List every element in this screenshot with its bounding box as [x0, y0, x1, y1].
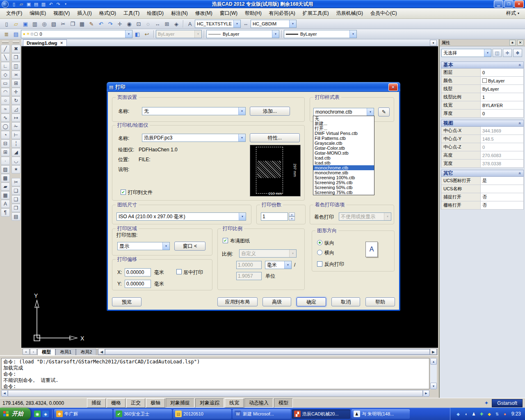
- dropdown-icon[interactable]: ▼: [289, 20, 296, 27]
- tool-circle-icon[interactable]: ○: [1, 96, 10, 105]
- task-qq-chat-button[interactable]: ♟ 与 朱明明(148...: [352, 409, 410, 419]
- toolbar-layer-properties-icon[interactable]: ≣: [2, 30, 11, 39]
- menu-item[interactable]: 扩展工具(E): [299, 8, 333, 18]
- toolbar-grip[interactable]: [13, 41, 19, 43]
- scale-unit-combo[interactable]: 毫米 ▼: [265, 261, 292, 269]
- toolbar-copy-icon[interactable]: ❐: [68, 19, 77, 28]
- property-value[interactable]: 0: [481, 68, 523, 76]
- menu-item[interactable]: 标注(N): [167, 8, 192, 18]
- status-toggle[interactable]: 模型: [274, 398, 293, 408]
- style-table-option[interactable]: 打开...: [313, 126, 374, 131]
- style-table-option[interactable]: Fill Patterns.ctb: [313, 136, 374, 141]
- panel-close-icon[interactable]: ✕: [517, 40, 523, 46]
- tool-array-icon[interactable]: ⊞: [11, 79, 21, 87]
- document-tab[interactable]: Drawing1.dwg ✕: [23, 39, 67, 46]
- dim-style-icon[interactable]: ⇔: [241, 19, 250, 28]
- layout-tab[interactable]: 布局1: [55, 349, 76, 355]
- scale-ratio-combo[interactable]: 自定义 ▼: [239, 249, 297, 258]
- style-table-option[interactable]: Icad.stb: [313, 160, 374, 165]
- tool-construction-line-icon[interactable]: ╲: [1, 53, 10, 62]
- network-status-icon[interactable]: ✦: [484, 400, 488, 406]
- command-history[interactable]: 命令: (load "D:/Gstarsoft/GStarMech2012/Gs…: [1, 358, 429, 389]
- scale-numerator-input[interactable]: [236, 261, 262, 269]
- tool-ellipse-icon[interactable]: ◯: [1, 122, 10, 130]
- tool-erase-icon[interactable]: ✖: [11, 45, 21, 53]
- scroll-left-icon[interactable]: ◀: [1, 390, 8, 397]
- tool-extend-icon[interactable]: ⊢: [11, 131, 21, 139]
- collapse-icon[interactable]: «: [518, 172, 523, 175]
- tool-point-icon[interactable]: ∙: [1, 157, 10, 165]
- tool-stretch-icon[interactable]: ↦: [11, 114, 21, 122]
- style-table-option[interactable]: 无: [313, 116, 374, 121]
- cancel-button[interactable]: 取消: [331, 297, 360, 306]
- shade-plot-combo[interactable]: 不使用或按显示 ▼: [339, 212, 391, 221]
- tool-break-icon[interactable]: ╎: [11, 139, 21, 148]
- menu-item[interactable]: 文件(F): [2, 8, 26, 18]
- dropdown-icon[interactable]: ▼: [284, 261, 291, 269]
- property-value[interactable]: 1: [481, 93, 523, 101]
- toolbar-paste-icon[interactable]: ▦: [78, 19, 87, 28]
- tool-chamfer-icon[interactable]: ◢: [11, 148, 21, 156]
- tool-cut-clip-icon[interactable]: ✂: [11, 178, 21, 186]
- tab-list-icon[interactable]: ▾: [430, 40, 437, 46]
- scale-denominator-input[interactable]: [236, 272, 262, 280]
- preview-button[interactable]: 预览: [112, 297, 142, 306]
- menu-item[interactable]: 会员中心(C): [367, 8, 401, 18]
- tab-nav-first-icon[interactable]: «: [23, 349, 30, 355]
- status-toggle[interactable]: 捕捉: [87, 398, 106, 408]
- property-value[interactable]: 0: [481, 110, 523, 117]
- property-value[interactable]: 378.0338: [481, 160, 523, 167]
- linetype-combo[interactable]: ByLayer ▼: [206, 30, 279, 38]
- vertical-scrollbar[interactable]: ▲ ▼: [430, 358, 437, 389]
- properties-section-misc[interactable]: 其它 «: [441, 170, 524, 177]
- property-value[interactable]: 148.5: [481, 135, 523, 143]
- advanced-button[interactable]: 高级: [262, 297, 291, 306]
- tray-qq-icon[interactable]: ♟: [471, 411, 477, 417]
- layer-combo[interactable]: ●☀◘▢ 0 ▼: [21, 30, 132, 38]
- style-table-option[interactable]: 新建...: [313, 121, 374, 126]
- properties-section-basic[interactable]: 基本 «: [441, 62, 524, 68]
- plot-range-combo[interactable]: 显示 ▼: [117, 242, 170, 250]
- property-value[interactable]: ByLayer: [481, 77, 523, 84]
- style-table-option[interactable]: Screening 75%.ctb: [313, 190, 374, 195]
- toolbar-undo-icon[interactable]: ↶: [96, 19, 105, 28]
- horizontal-scrollbar[interactable]: ◀ ▶: [98, 349, 437, 355]
- tool-copy-clip-icon[interactable]: ❏: [11, 187, 21, 195]
- property-value[interactable]: 270.6083: [481, 151, 523, 159]
- toolbar-make-object-layer-icon[interactable]: ◧: [133, 30, 142, 39]
- style-menu[interactable]: 样式 ▾: [506, 10, 525, 17]
- toolbar-layer-states-icon[interactable]: ▤: [11, 30, 21, 39]
- property-value[interactable]: 否: [481, 201, 523, 209]
- text-style-combo[interactable]: HC_TEXTSTYLE ▼: [195, 20, 241, 28]
- dim-style-combo[interactable]: HC_GBDIM ▼: [251, 20, 297, 28]
- style-table-option[interactable]: DWF Virtual Pens.ctb: [313, 131, 374, 136]
- edit-plot-style-button[interactable]: ✎: [378, 107, 390, 116]
- toolbar-open-icon[interactable]: ▱: [11, 19, 21, 28]
- toolbar-pan-icon[interactable]: ✛: [115, 19, 124, 28]
- menu-item[interactable]: 窗口(W): [216, 8, 241, 18]
- printer-properties-button[interactable]: 特性...: [250, 133, 300, 142]
- scrollbar-thumb[interactable]: [105, 349, 430, 355]
- style-table-option[interactable]: monochrome.stb: [313, 170, 374, 175]
- spin-up-icon[interactable]: ▲: [289, 212, 295, 217]
- color-combo[interactable]: ByLayer ▼: [156, 30, 202, 38]
- toolbar-match-properties-icon[interactable]: ✎: [87, 19, 96, 28]
- menu-item[interactable]: 编辑(E): [26, 8, 50, 18]
- tool-line-icon[interactable]: ╱: [1, 45, 10, 53]
- dropdown-icon[interactable]: ▼: [484, 49, 491, 57]
- tool-text-icon[interactable]: A: [1, 200, 10, 208]
- tool-fillet-icon[interactable]: ◡: [11, 157, 21, 165]
- tool-copy-base-point-icon[interactable]: ▤: [11, 212, 21, 221]
- titlebar-open-icon[interactable]: ▱: [18, 1, 25, 7]
- menu-item[interactable]: 视图(V): [50, 8, 73, 18]
- tool-multiline-text-icon[interactable]: ¶: [1, 208, 10, 217]
- status-toggle[interactable]: 对象追踪: [195, 398, 224, 408]
- status-toggle[interactable]: 对象捕捉: [166, 398, 194, 408]
- tool-paste-special-icon[interactable]: ❒: [11, 204, 21, 212]
- titlebar-save-all-icon[interactable]: ▤: [32, 1, 40, 7]
- tray-input-method-icon[interactable]: ◆: [455, 411, 461, 417]
- copies-input[interactable]: [261, 212, 288, 221]
- portrait-radio[interactable]: [317, 240, 322, 245]
- offset-y-input[interactable]: [125, 280, 151, 288]
- layout-tab[interactable]: 模型: [37, 349, 55, 355]
